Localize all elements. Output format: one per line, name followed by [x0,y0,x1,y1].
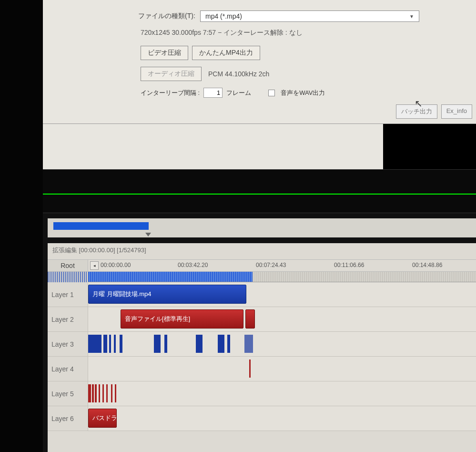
marker-clip[interactable] [114,335,116,353]
marker-clip[interactable] [120,335,122,353]
clip-label: 音声ファイル[標準再生] [125,315,190,323]
root-cell[interactable]: Root [48,260,88,271]
waveform-line [43,194,476,195]
layer-label-3[interactable]: Layer 3 [48,332,88,356]
marker-clip[interactable] [249,360,251,378]
marker-clip[interactable] [99,384,100,402]
video-clip[interactable]: 月曜 月曜闘技場.mp4 [88,285,246,304]
timeline-header: 拡張編集 [00:00:00.00] [1/524793] [48,243,476,257]
overview-thumb[interactable] [53,222,149,230]
marker-clip[interactable] [102,384,104,402]
time-ruler[interactable]: 00:00:00.00 00:03:42.20 00:07:24.43 00:1… [101,260,476,271]
video-compress-button[interactable]: ビデオ圧縮 [141,46,188,60]
left-black-margin [0,0,43,452]
file-type-value: mp4 (*.mp4) [205,12,242,20]
overview-handle-icon[interactable] [145,233,151,237]
track-2[interactable]: 音声ファイル[標準再生] [88,307,476,331]
ex-info-button[interactable]: Ex_info [441,104,472,119]
ruler-tick: 00:14:48.86 [412,262,442,268]
marker-clip[interactable] [92,384,94,402]
video-info-line: 720x1245 30.000fps 7:57 − インターレース解除 : なし [43,29,476,37]
track-5[interactable] [88,381,476,406]
wav-output-checkbox[interactable] [268,90,275,96]
timeline-overview[interactable] [48,218,476,237]
wav-output-label: 音声をWAV出力 [281,89,325,97]
drum-clip[interactable]: バスドラ [88,409,117,428]
track-6[interactable]: バスドラ [88,406,476,431]
layer-label-5[interactable]: Layer 5 [48,381,88,406]
audio-codec-text: PCM 44.100kHz 2ch [208,70,269,78]
marker-clip[interactable] [106,384,108,402]
interleave-label: インターリーブ間隔 : [141,89,200,97]
audio-clip[interactable]: 音声ファイル[標準再生] [121,309,243,329]
layer-label-1[interactable]: Layer 1 [48,282,88,307]
preview-black-panel [383,124,476,169]
marker-clip[interactable] [88,335,101,353]
marker-clip[interactable] [109,335,111,353]
track-3[interactable] [88,332,476,356]
timeline-panel: 拡張編集 [00:00:00.00] [1/524793] Root ◂ 00:… [48,243,476,452]
interleave-input[interactable] [203,88,223,98]
marker-clip[interactable] [88,384,91,402]
mouse-cursor-icon: ↖ [415,98,423,109]
audio-waveform-panel [43,169,476,213]
marker-clip[interactable] [111,384,112,402]
marker-clip[interactable] [227,335,230,353]
track-4[interactable] [88,357,476,381]
easy-mp4-button[interactable]: かんたんMP4出力 [192,46,260,60]
layer-label-2[interactable]: Layer 2 [48,307,88,331]
audio-compress-button[interactable]: オーディオ圧縮 [141,67,202,81]
ruler-inactive-region [253,272,476,282]
ruler-tick: 00:00:00.00 [101,262,131,268]
marker-clip[interactable] [95,384,97,402]
layer-label-4[interactable]: Layer 4 [48,357,88,381]
track-1[interactable]: 月曜 月曜闘技場.mp4 [88,282,476,307]
export-dialog: ファイルの種類(T): mp4 (*.mp4) ▼ 720x1245 30.00… [43,0,476,124]
ruler-tick: 00:03:42.20 [178,262,208,268]
marker-clip[interactable] [103,335,107,353]
clip-label: 月曜 月曜闘技場.mp4 [92,290,152,298]
clip-label: バスドラ [92,414,117,422]
ruler-tick: 00:07:24.43 [256,262,286,268]
marker-clip[interactable] [218,335,224,353]
scroll-left-button[interactable]: ◂ [90,261,99,270]
marker-clip[interactable] [154,335,161,353]
marker-clip[interactable] [115,384,116,402]
marker-clip[interactable] [164,335,167,353]
ruler-tick: 00:11:06.66 [334,262,364,268]
marker-clip[interactable] [196,335,203,353]
interleave-unit: フレーム [226,89,251,97]
file-type-select[interactable]: mp4 (*.mp4) ▼ [200,10,419,22]
root-stripe-icon [48,272,88,282]
marker-clip[interactable] [244,335,253,353]
preview-area [43,124,476,169]
layer-label-6[interactable]: Layer 6 [48,406,88,431]
file-type-label: ファイルの種類(T): [138,12,200,21]
audio-clip-small[interactable] [245,309,255,329]
chevron-down-icon: ▼ [409,14,414,19]
